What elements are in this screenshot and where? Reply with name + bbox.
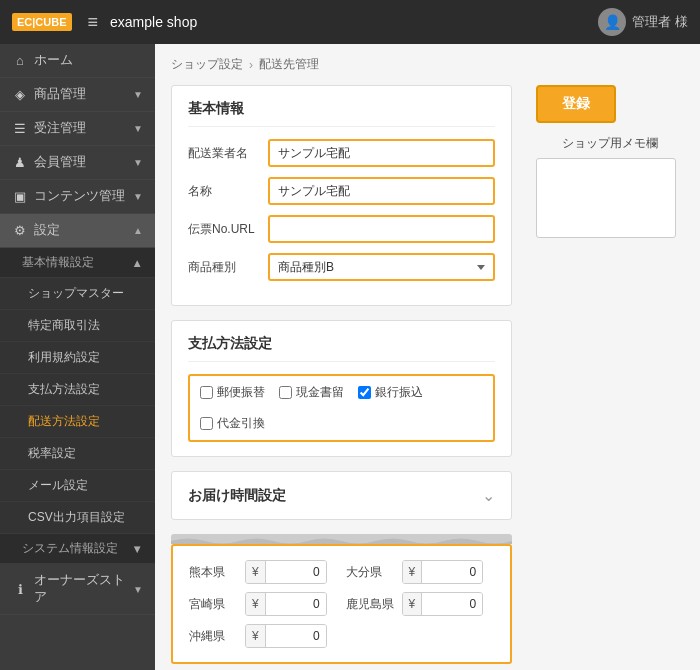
kumamoto-input-group: ¥ xyxy=(245,560,327,584)
breadcrumb-separator: › xyxy=(249,58,253,72)
kagoshima-input-group: ¥ xyxy=(402,592,484,616)
payment-ginko-checkbox[interactable] xyxy=(358,386,371,399)
right-panel: 登録 ショップ用メモ欄 xyxy=(524,85,684,241)
sidebar-subitem-shiharai[interactable]: 支払方法設定 xyxy=(0,374,155,406)
currency-icon: ¥ xyxy=(246,561,266,583)
okinawa-fee-input[interactable] xyxy=(266,625,326,647)
sidebar-item-contents[interactable]: ▣ コンテンツ管理 ▼ xyxy=(0,180,155,214)
fee-row-okinawa: 沖縄県 ¥ xyxy=(189,624,338,648)
fee-grid: 熊本県 ¥ 大分県 ¥ xyxy=(189,560,494,648)
breadcrumb-item-2: 配送先管理 xyxy=(259,56,319,73)
mail-label: メール設定 xyxy=(28,477,88,494)
oita-input-group: ¥ xyxy=(402,560,484,584)
payment-genkin[interactable]: 現金書留 xyxy=(279,384,344,401)
sidebar-subitem-mail[interactable]: メール設定 xyxy=(0,470,155,502)
sidebar-item-label: 商品管理 xyxy=(34,86,127,103)
memo-textarea[interactable] xyxy=(536,158,676,238)
basic-info-section: 基本情報 配送業者名 名称 伝票No.URL 商品種別 xyxy=(171,85,512,306)
payment-genkin-checkbox[interactable] xyxy=(279,386,292,399)
sidebar-section-basic-info[interactable]: 基本情報設定 ▲ xyxy=(0,248,155,278)
oita-fee-input[interactable] xyxy=(422,561,482,583)
logo-icon: EC|CUBE xyxy=(12,13,72,31)
payment-yubin-checkbox[interactable] xyxy=(200,386,213,399)
payment-daibiki-label: 代金引換 xyxy=(217,415,265,432)
user-label: 管理者 様 xyxy=(632,13,688,31)
slip-url-row: 伝票No.URL xyxy=(188,215,495,243)
sidebar-section-system[interactable]: システム情報設定 ▼ xyxy=(0,534,155,564)
settings-icon: ⚙ xyxy=(12,223,28,238)
fee-row-miyazaki: 宮崎県 ¥ xyxy=(189,592,338,616)
kumamoto-fee-input[interactable] xyxy=(266,561,326,583)
orders-icon: ☰ xyxy=(12,121,28,136)
payment-ginko[interactable]: 銀行振込 xyxy=(358,384,423,401)
product-type-label: 商品種別 xyxy=(188,253,268,276)
miyazaki-fee-input[interactable] xyxy=(266,593,326,615)
memo-section: ショップ用メモ欄 xyxy=(536,135,684,241)
shop-master-label: ショップマスター xyxy=(28,285,124,302)
sidebar-item-orders[interactable]: ☰ 受注管理 ▼ xyxy=(0,112,155,146)
sidebar: ⌂ ホーム ◈ 商品管理 ▼ ☰ 受注管理 ▼ ♟ 会員管理 ▼ ▣ コンテンツ… xyxy=(0,44,155,670)
settings-submenu: 基本情報設定 ▲ ショップマスター 特定商取引法 利用規約設定 支払方法設定 配… xyxy=(0,248,155,564)
currency-icon: ¥ xyxy=(403,561,423,583)
fee-row-kagoshima: 鹿児島県 ¥ xyxy=(346,592,495,616)
sidebar-item-label: コンテンツ管理 xyxy=(34,188,127,205)
haisou-label: 配送方法設定 xyxy=(28,413,100,430)
okinawa-label: 沖縄県 xyxy=(189,628,239,645)
register-button[interactable]: 登録 xyxy=(536,85,616,123)
delivery-time-header[interactable]: お届け時間設定 ⌄ xyxy=(188,486,495,505)
form-area: 基本情報 配送業者名 名称 伝票No.URL 商品種別 xyxy=(171,85,512,670)
user-avatar-icon: 👤 xyxy=(598,8,626,36)
sidebar-item-label: 会員管理 xyxy=(34,154,127,171)
tokutei-label: 特定商取引法 xyxy=(28,317,100,334)
riyokiyaku-label: 利用規約設定 xyxy=(28,349,100,366)
basic-info-label: 基本情報設定 xyxy=(22,255,94,270)
slip-url-input[interactable] xyxy=(268,215,495,243)
shipping-fee-section: 熊本県 ¥ 大分県 ¥ xyxy=(171,544,512,664)
menu-toggle-icon[interactable]: ≡ xyxy=(88,12,99,33)
sidebar-item-products[interactable]: ◈ 商品管理 ▼ xyxy=(0,78,155,112)
sidebar-item-owner-store[interactable]: ℹ オーナーズストア ▼ xyxy=(0,564,155,615)
fee-row-kumamoto: 熊本県 ¥ xyxy=(189,560,338,584)
home-icon: ⌂ xyxy=(12,53,28,68)
contents-icon: ▣ xyxy=(12,189,28,204)
sidebar-item-label: 受注管理 xyxy=(34,120,127,137)
sidebar-subitem-haisou[interactable]: 配送方法設定 xyxy=(0,406,155,438)
sidebar-subitem-zeikin[interactable]: 税率設定 xyxy=(0,438,155,470)
carrier-name-label: 配送業者名 xyxy=(188,139,268,162)
chevron-icon: ▼ xyxy=(133,584,143,595)
owner-store-label: オーナーズストア xyxy=(34,572,127,606)
kagoshima-fee-input[interactable] xyxy=(422,593,482,615)
chevron-icon: ▼ xyxy=(133,123,143,134)
sidebar-subitem-tokutei[interactable]: 特定商取引法 xyxy=(0,310,155,342)
name-input[interactable] xyxy=(268,177,495,205)
sidebar-subitem-csv[interactable]: CSV出力項目設定 xyxy=(0,502,155,534)
shop-name: example shop xyxy=(110,14,598,30)
sidebar-item-members[interactable]: ♟ 会員管理 ▼ xyxy=(0,146,155,180)
okinawa-input-group: ¥ xyxy=(245,624,327,648)
chevron-icon: ▲ xyxy=(133,225,143,236)
sidebar-subitem-shop-master[interactable]: ショップマスター xyxy=(0,278,155,310)
sidebar-item-settings[interactable]: ⚙ 設定 ▲ xyxy=(0,214,155,248)
memo-label: ショップ用メモ欄 xyxy=(536,135,684,152)
sidebar-item-label: 設定 xyxy=(34,222,127,239)
chevron-icon: ▼ xyxy=(132,543,143,555)
sidebar-subitem-riyokiyaku[interactable]: 利用規約設定 xyxy=(0,342,155,374)
kumamoto-label: 熊本県 xyxy=(189,564,239,581)
user-menu[interactable]: 👤 管理者 様 xyxy=(598,8,688,36)
wavy-cut xyxy=(171,534,512,544)
payment-yubin[interactable]: 郵便振替 xyxy=(200,384,265,401)
sidebar-item-home[interactable]: ⌂ ホーム xyxy=(0,44,155,78)
logo: EC|CUBE xyxy=(12,13,72,31)
delivery-time-section: お届け時間設定 ⌄ xyxy=(171,471,512,520)
sidebar-item-label: ホーム xyxy=(34,52,143,69)
payment-daibiki-checkbox[interactable] xyxy=(200,417,213,430)
carrier-name-input[interactable] xyxy=(268,139,495,167)
payment-options-row: 郵便振替 現金書留 銀行振込 代金引換 xyxy=(188,374,495,442)
payment-daibiki[interactable]: 代金引換 xyxy=(200,415,265,432)
currency-icon: ¥ xyxy=(246,593,266,615)
breadcrumb-item-1: ショップ設定 xyxy=(171,56,243,73)
oita-label: 大分県 xyxy=(346,564,396,581)
chevron-icon: ▼ xyxy=(133,191,143,202)
product-type-select[interactable]: 商品種別A 商品種別B 商品種別C xyxy=(268,253,495,281)
header: EC|CUBE ≡ example shop 👤 管理者 様 xyxy=(0,0,700,44)
